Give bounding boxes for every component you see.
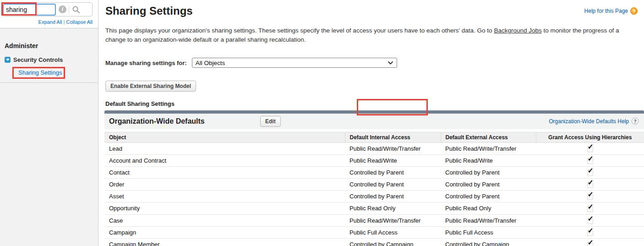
link-separator: | <box>64 19 65 25</box>
search-icon[interactable] <box>72 5 80 14</box>
search-input[interactable] <box>3 4 56 16</box>
expand-all-link[interactable]: Expand All <box>38 19 62 25</box>
table-row: Case Public Read/Write/Transfer Public R… <box>104 214 644 226</box>
tree-controls: Expand All | Collapse All <box>2 19 93 25</box>
table-row: Contact Controlled by Parent Controlled … <box>104 167 644 179</box>
cell-internal-access: Controlled by Parent <box>345 191 441 202</box>
column-header-external-access: Default External Access <box>441 132 536 143</box>
cell-object: Opportunity <box>104 202 345 214</box>
grant-hierarchy-checkmark-icon: ✓ <box>587 170 593 176</box>
collapse-toggle-icon[interactable] <box>5 57 11 63</box>
cell-external-access: Public Read/Write <box>441 155 536 167</box>
cell-object: Account and Contract <box>104 155 345 167</box>
cell-object: Case <box>104 214 345 226</box>
manage-sharing-label: Manage sharing settings for: <box>105 60 187 66</box>
cell-external-access: Controlled by Parent <box>441 191 536 202</box>
cell-internal-access: Public Read/Write <box>345 155 441 167</box>
table-row: Campaign Member Controlled by Campaign C… <box>104 238 644 246</box>
table-row: Account and Contract Public Read/Write P… <box>104 155 644 167</box>
grant-hierarchy-checkmark-icon: ✓ <box>587 194 593 200</box>
cell-grant-hierarchies: ✓ <box>536 238 644 246</box>
table-row: Campaign Public Full Access Public Full … <box>104 226 644 238</box>
column-header-internal-access: Default Internal Access <box>345 132 441 143</box>
background-jobs-link[interactable]: Background Jobs <box>494 27 541 34</box>
table-row: Asset Controlled by Parent Controlled by… <box>104 191 644 202</box>
setup-sidebar: i Expand All | Collapse All Administer S… <box>0 0 98 246</box>
page-title: Sharing Settings <box>105 5 644 17</box>
cell-grant-hierarchies: ✓ <box>536 202 644 214</box>
cell-internal-access: Public Read Only <box>345 202 441 214</box>
section-title: Organization-Wide Defaults <box>109 117 260 126</box>
column-header-object: Object <box>104 132 345 143</box>
cell-object: Contact <box>104 167 345 179</box>
cell-external-access: Public Read Only <box>441 202 536 214</box>
grant-hierarchy-checkmark-icon: ✓ <box>587 146 593 152</box>
cell-object: Campaign Member <box>104 238 345 246</box>
cell-grant-hierarchies: ✓ <box>536 226 644 238</box>
sharing-defaults-table: Object Default Internal Access Default E… <box>104 132 644 246</box>
table-header-row: Object Default Internal Access Default E… <box>104 132 644 143</box>
table-row: Lead Public Read/Write/Transfer Public R… <box>104 143 644 155</box>
question-icon[interactable]: ? <box>632 118 639 125</box>
divider <box>69 5 69 14</box>
object-select-value: All Objects <box>196 60 225 66</box>
cell-grant-hierarchies: ✓ <box>536 143 644 155</box>
info-icon: i <box>59 5 66 13</box>
sidebar-section-administer: Administer <box>5 42 98 49</box>
cell-object: Order <box>104 179 345 191</box>
table-row: Order Controlled by Parent Controlled by… <box>104 179 644 191</box>
cell-internal-access: Controlled by Campaign <box>345 238 441 246</box>
sidebar-divider <box>0 82 98 83</box>
grant-hierarchy-checkmark-icon: ✓ <box>587 182 593 188</box>
default-sharing-settings-heading: Default Sharing Settings <box>105 100 644 107</box>
help-for-this-page-link[interactable]: Help for this Page <box>584 8 628 14</box>
cell-external-access: Public Read/Write/Transfer <box>441 143 536 155</box>
sharing-settings-link[interactable]: Sharing Settings <box>18 69 62 76</box>
enable-external-sharing-button[interactable]: Enable External Sharing Model <box>105 81 196 92</box>
table-row: Opportunity Public Read Only Public Read… <box>104 202 644 214</box>
search-box: i <box>2 2 93 16</box>
edit-button[interactable]: Edit <box>260 116 281 127</box>
cell-external-access: Controlled by Parent <box>441 179 536 191</box>
cell-internal-access: Controlled by Parent <box>345 167 441 179</box>
cell-internal-access: Public Full Access <box>345 226 441 238</box>
cell-external-access: Controlled by Campaign <box>441 238 536 246</box>
collapse-all-link[interactable]: Collapse All <box>66 19 93 25</box>
chevron-down-icon <box>387 61 393 65</box>
cell-object: Asset <box>104 191 345 202</box>
cell-internal-access: Public Read/Write/Transfer <box>345 143 441 155</box>
grant-hierarchy-checkmark-icon: ✓ <box>587 242 593 246</box>
grant-hierarchy-checkmark-icon: ✓ <box>587 218 593 224</box>
cell-internal-access: Public Read/Write/Transfer <box>345 214 441 226</box>
cell-internal-access: Controlled by Parent <box>345 179 441 191</box>
cell-grant-hierarchies: ✓ <box>536 191 644 202</box>
cell-grant-hierarchies: ✓ <box>536 155 644 167</box>
sidebar-item-security-controls[interactable]: Security Controls <box>5 56 98 63</box>
column-header-grant-hierarchies: Grant Access Using Hierarchies <box>536 132 644 143</box>
grant-hierarchy-checkmark-icon: ✓ <box>587 206 593 212</box>
sidebar-item-sharing-settings: Sharing Settings <box>18 69 98 76</box>
cell-grant-hierarchies: ✓ <box>536 167 644 179</box>
sidebar-node-label: Security Controls <box>13 56 63 63</box>
cell-grant-hierarchies: ✓ <box>536 214 644 226</box>
section-header: Organization-Wide Defaults Edit Organiza… <box>104 114 644 129</box>
owd-help-link[interactable]: Organization-Wide Defaults Help <box>549 118 629 125</box>
manage-sharing-row: Manage sharing settings for: All Objects <box>105 58 644 68</box>
organization-wide-defaults-section: Organization-Wide Defaults Edit Organiza… <box>104 110 644 246</box>
cell-grant-hierarchies: ✓ <box>536 179 644 191</box>
page-description: This page displays your organization's s… <box>105 26 640 44</box>
cell-object: Campaign <box>104 226 345 238</box>
sidebar-search-area: i Expand All | Collapse All <box>0 0 98 28</box>
help-question-icon[interactable]: ? <box>630 7 638 15</box>
cell-object: Lead <box>104 143 345 155</box>
grant-hierarchy-checkmark-icon: ✓ <box>587 230 593 236</box>
grant-hierarchy-checkmark-icon: ✓ <box>587 158 593 164</box>
help-for-this-page: Help for this Page ? <box>584 7 638 15</box>
main-content: Sharing Settings Help for this Page ? Th… <box>99 0 644 246</box>
object-select[interactable]: All Objects <box>192 58 397 68</box>
cell-external-access: Controlled by Parent <box>441 167 536 179</box>
cell-external-access: Public Read/Write/Transfer <box>441 214 536 226</box>
section-help: Organization-Wide Defaults Help ? <box>549 118 639 125</box>
section-top-bar <box>104 110 644 114</box>
description-text: This page displays your organization's s… <box>105 27 494 34</box>
